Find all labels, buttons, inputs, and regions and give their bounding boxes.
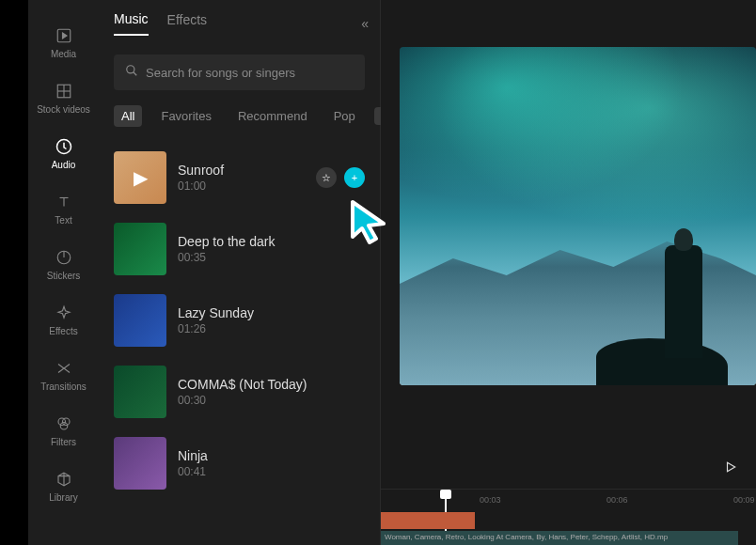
sidebar-item-effects[interactable]: Effects (28, 296, 99, 344)
track-title: Deep to the dark (178, 234, 365, 249)
track-list: ▶ Sunroof 01:00 ☆ + Deep to the dark 00:… (99, 134, 380, 545)
add-track-button[interactable]: + (344, 167, 365, 188)
filter-favorites[interactable]: Favorites (153, 105, 218, 127)
sidebar-item-label: Text (55, 215, 71, 226)
play-controls (381, 449, 756, 489)
track-title: COMMA$ (Not Today) (178, 377, 365, 392)
panel-tabs: Music Effects « (99, 0, 380, 47)
time-mark: 00:09 (733, 495, 755, 505)
sidebar-item-label: Transitions (40, 382, 87, 392)
track-info: COMMA$ (Not Today) 00:30 (178, 377, 365, 407)
track-duration: 01:26 (178, 322, 365, 335)
time-mark: 00:03 (480, 495, 501, 505)
search-icon (125, 64, 138, 81)
cube-icon (55, 470, 73, 489)
track-thumbnail[interactable] (114, 366, 166, 418)
track-duration: 01:00 (178, 179, 305, 193)
track-info: Sunroof 01:00 (178, 163, 305, 193)
sidebar-item-label: Stickers (47, 271, 81, 281)
filter-all[interactable]: All (114, 105, 142, 127)
track-item[interactable]: ▶ Sunroof 01:00 ☆ + (114, 142, 365, 213)
music-panel: Music Effects « All Favorites Recommend … (99, 0, 381, 545)
track-thumbnail[interactable]: ▶ (114, 151, 166, 204)
main-area: 00:03 00:06 00:09 Woman, Camera, Retro, … (381, 0, 756, 545)
svg-point-11 (60, 423, 68, 430)
sidebar-item-transitions[interactable]: Transitions (28, 351, 99, 399)
track-thumbnail[interactable] (114, 437, 166, 490)
track-item[interactable]: COMMA$ (Not Today) 00:30 (114, 356, 365, 428)
sidebar-item-filters[interactable]: Filters (28, 407, 99, 455)
clock-icon (55, 248, 73, 267)
track-thumbnail[interactable] (114, 294, 166, 347)
text-icon (55, 193, 73, 211)
timeline-clip-video[interactable]: Woman, Camera, Retro, Looking At Camera,… (381, 531, 738, 545)
sidebar-item-label: Library (49, 492, 78, 503)
track-duration: 00:41 (178, 465, 365, 478)
track-info: Deep to the dark 00:35 (178, 234, 365, 264)
play-icon: ▶ (134, 166, 148, 189)
search-box[interactable] (114, 54, 365, 90)
svg-point-12 (127, 66, 134, 73)
sidebar-item-text[interactable]: Text (28, 185, 99, 233)
filter-pop[interactable]: Pop (326, 105, 363, 127)
track-item[interactable]: Deep to the dark 00:35 (114, 213, 365, 285)
sparkle-icon (55, 304, 73, 322)
sidebar-item-audio[interactable]: Audio (28, 130, 99, 178)
track-title: Sunroof (178, 163, 305, 178)
track-title: Lazy Sunday (178, 305, 365, 320)
sidebar-item-media[interactable]: Media (28, 19, 99, 67)
sidebar-item-stock-videos[interactable]: Stock videos (28, 74, 99, 122)
preview-area (381, 0, 756, 449)
sidebar-item-label: Stock videos (37, 104, 90, 115)
track-duration: 00:35 (178, 251, 365, 264)
grid-icon (55, 82, 73, 101)
transitions-icon (55, 359, 73, 378)
sidebar-item-label: Filters (51, 437, 76, 447)
filters-icon (55, 414, 73, 433)
left-sidebar: Media Stock videos Audio Text Stickers E… (28, 0, 99, 545)
sidebar-item-label: Effects (49, 326, 77, 336)
track-title: Ninja (178, 448, 365, 463)
time-mark: 00:06 (606, 495, 628, 505)
audio-icon (55, 137, 73, 156)
filter-recommend[interactable]: Recommend (230, 105, 315, 127)
play-button[interactable] (724, 460, 737, 477)
timeline[interactable]: 00:03 00:06 00:09 Woman, Camera, Retro, … (381, 489, 756, 545)
filter-row: All Favorites Recommend Pop ▼ (99, 98, 380, 134)
search-input[interactable] (146, 66, 354, 80)
cursor-pointer-icon (348, 197, 395, 253)
track-info: Lazy Sunday 01:26 (178, 305, 365, 335)
preview-video[interactable] (400, 47, 756, 385)
sidebar-item-library[interactable]: Library (28, 462, 99, 510)
track-item[interactable]: Lazy Sunday 01:26 (114, 285, 365, 356)
collapse-panel-icon[interactable]: « (361, 16, 369, 31)
track-item[interactable]: Ninja 00:41 (114, 428, 365, 499)
sidebar-item-label: Media (51, 49, 76, 59)
favorite-button[interactable]: ☆ (316, 167, 337, 188)
track-thumbnail[interactable] (114, 223, 166, 275)
tab-effects[interactable]: Effects (167, 12, 208, 35)
svg-line-13 (134, 72, 137, 76)
sidebar-item-label: Audio (52, 160, 76, 170)
svg-point-10 (62, 418, 70, 426)
timeline-clip-audio[interactable] (381, 512, 475, 529)
track-info: Ninja 00:41 (178, 448, 365, 478)
play-box-icon (55, 26, 73, 45)
track-duration: 00:30 (178, 394, 365, 407)
sidebar-item-stickers[interactable]: Stickers (28, 241, 99, 288)
tab-music[interactable]: Music (114, 11, 149, 36)
